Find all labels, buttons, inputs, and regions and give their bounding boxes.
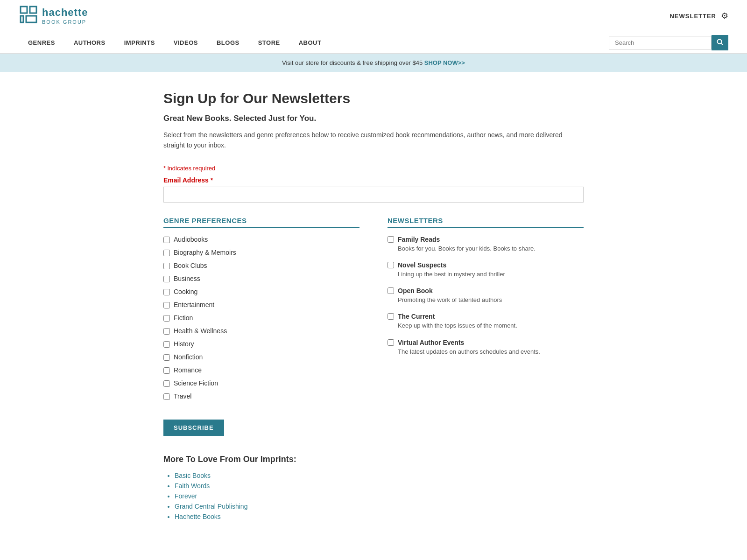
email-label: Email Address * [163,176,584,184]
newsletter-virtual-author-events-header: Virtual Author Events [388,339,584,346]
imprint-basic-books[interactable]: Basic Books [175,472,584,479]
nav-item-videos[interactable]: VIDEOS [164,32,207,53]
genre-cooking-checkbox[interactable] [163,289,170,295]
subscribe-button[interactable]: SUBSCRIBE [163,420,224,436]
newsletter-virtual-author-events: Virtual Author Events The latest updates… [388,339,584,356]
newsletter-virtual-author-events-checkbox[interactable] [388,339,394,346]
nav-item-authors[interactable]: AUTHORS [64,32,115,53]
newsletter-novel-suspects-header: Novel Suspects [388,261,584,269]
imprint-faith-words[interactable]: Faith Words [175,482,584,490]
form-columns: GENRE PREFERENCES Audiobooks Biography &… [163,217,584,406]
required-asterisk: * [163,165,166,172]
newsletter-open-book-checkbox[interactable] [388,287,394,294]
genre-fiction-checkbox[interactable] [163,315,170,322]
genre-romance-checkbox[interactable] [163,367,170,374]
imprints-list: Basic Books Faith Words Forever Grand Ce… [163,472,584,520]
nav-item-about[interactable]: ABOUT [289,32,331,53]
genre-science-fiction: Science Fiction [163,379,359,387]
imprint-forever[interactable]: Forever [175,492,584,500]
genre-romance: Romance [163,366,359,374]
required-note: * indicates required [163,165,584,172]
nav-item-imprints[interactable]: IMPRINTS [115,32,164,53]
genre-fiction: Fiction [163,314,359,322]
genre-nonfiction-checkbox[interactable] [163,354,170,361]
newsletter-link[interactable]: NEWSLETTER [669,13,716,20]
genre-cooking: Cooking [163,288,359,295]
genre-biography-label[interactable]: Biography & Memoirs [174,249,236,256]
newsletter-the-current-header: The Current [388,313,584,320]
logo-text: hachette BOOK GROUP [42,7,88,25]
genre-travel: Travel [163,392,359,400]
genre-history-checkbox[interactable] [163,341,170,348]
genre-business-label[interactable]: Business [174,275,200,282]
main-content: Sign Up for Our Newsletters Great New Bo… [145,72,602,551]
header: hachette BOOK GROUP NEWSLETTER ⚙ [0,0,747,32]
newsletter-open-book-label[interactable]: Open Book [398,287,433,294]
newsletter-the-current: The Current Keep up with the tops issues… [388,313,584,330]
genre-nonfiction-label[interactable]: Nonfiction [174,353,203,361]
svg-rect-0 [21,7,27,13]
newsletter-novel-suspects: Novel Suspects Lining up the best in mys… [388,261,584,279]
genre-cooking-label[interactable]: Cooking [174,288,197,295]
newsletter-the-current-checkbox[interactable] [388,313,394,320]
imprint-hachette-books[interactable]: Hachette Books [175,513,584,520]
newsletter-open-book-desc: Promoting the work of talented authors [398,296,584,304]
genre-health-wellness-checkbox[interactable] [163,328,170,335]
newsletters-heading: NEWSLETTERS [388,217,584,228]
newsletter-open-book-header: Open Book [388,287,584,294]
search-button[interactable] [712,35,728,50]
genre-science-fiction-label[interactable]: Science Fiction [174,379,218,387]
genre-biography-checkbox[interactable] [163,250,170,256]
genre-health-wellness: Health & Wellness [163,327,359,335]
genre-business-checkbox[interactable] [163,276,170,282]
nav-item-blogs[interactable]: BLOGS [207,32,249,53]
genre-travel-checkbox[interactable] [163,393,170,400]
genre-book-clubs-label[interactable]: Book Clubs [174,262,207,269]
promo-link[interactable]: SHOP NOW>> [424,59,465,66]
newsletter-virtual-author-events-label[interactable]: Virtual Author Events [398,339,464,346]
email-required-mark: * [211,176,213,184]
genre-travel-label[interactable]: Travel [174,392,191,400]
genre-book-clubs: Book Clubs [163,262,359,269]
page-title: Sign Up for Our Newsletters [163,91,584,106]
newsletters-col: NEWSLETTERS Family Reads Books for you. … [388,217,584,406]
newsletter-family-reads: Family Reads Books for you. Books for yo… [388,236,584,253]
newsletter-the-current-desc: Keep up with the tops issues of the mome… [398,322,584,330]
genre-business: Business [163,275,359,282]
newsletter-the-current-label[interactable]: The Current [398,313,435,320]
newsletter-family-reads-label[interactable]: Family Reads [398,236,440,243]
genre-entertainment-checkbox[interactable] [163,302,170,308]
genre-book-clubs-checkbox[interactable] [163,263,170,269]
newsletter-novel-suspects-label[interactable]: Novel Suspects [398,261,446,269]
genre-science-fiction-checkbox[interactable] [163,380,170,387]
promo-bar: Visit our store for discounts & free shi… [0,54,747,72]
genre-heading: GENRE PREFERENCES [163,217,359,228]
genre-audiobooks-checkbox[interactable] [163,237,170,243]
genre-history: History [163,340,359,348]
genre-history-label[interactable]: History [174,340,194,348]
newsletter-virtual-author-events-desc: The latest updates on authors schedules … [398,348,584,356]
header-right: NEWSLETTER ⚙ [669,11,728,21]
genre-entertainment-label[interactable]: Entertainment [174,301,214,308]
genre-romance-label[interactable]: Romance [174,366,202,374]
nav-item-genres[interactable]: GENRES [19,32,64,53]
genre-audiobooks-label[interactable]: Audiobooks [174,236,208,243]
newsletter-family-reads-checkbox[interactable] [388,236,394,243]
newsletter-open-book: Open Book Promoting the work of talented… [388,287,584,304]
newsletter-novel-suspects-checkbox[interactable] [388,262,394,268]
genre-audiobooks: Audiobooks [163,236,359,243]
svg-rect-1 [30,7,36,13]
email-input[interactable] [163,187,584,203]
logo[interactable]: hachette BOOK GROUP [19,5,88,27]
gear-icon[interactable]: ⚙ [721,11,728,21]
imprints-title: More To Love From Our Imprints: [163,455,584,464]
genre-health-wellness-label[interactable]: Health & Wellness [174,327,227,335]
nav-item-store[interactable]: STORE [249,32,289,53]
search-area [609,35,728,50]
imprint-grand-central[interactable]: Grand Central Publishing [175,503,584,510]
newsletter-family-reads-desc: Books for you. Books for your kids. Book… [398,245,584,253]
genre-fiction-label[interactable]: Fiction [174,314,193,322]
newsletter-family-reads-header: Family Reads [388,236,584,243]
search-input[interactable] [609,36,712,49]
logo-icon [19,5,38,27]
